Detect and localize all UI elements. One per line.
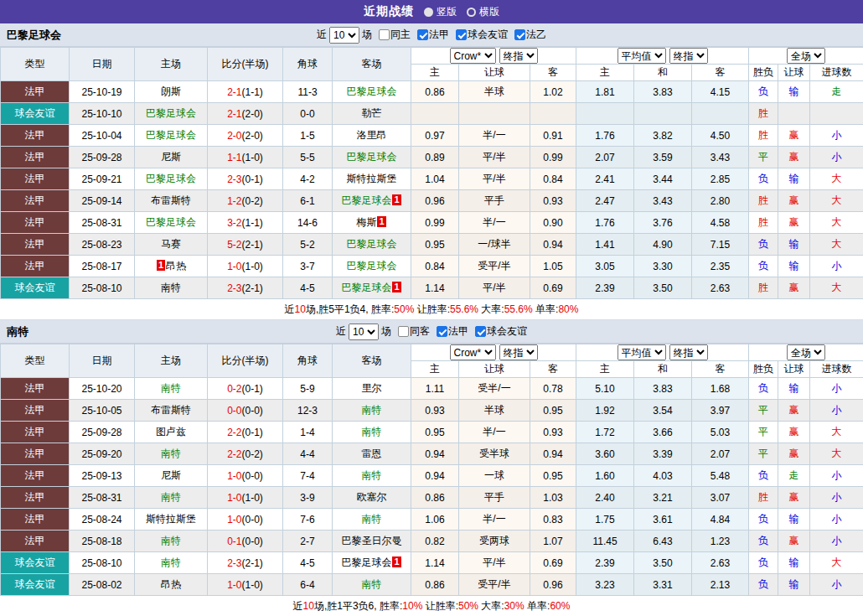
radio-option-unselected[interactable]: 横版 xyxy=(467,5,499,19)
score-cell: 2-2(0-1) xyxy=(208,422,283,443)
fulltime-score: 1-0 xyxy=(227,470,241,482)
result-cell: 负 xyxy=(749,531,778,552)
corner-cell: 1-4 xyxy=(283,422,333,443)
goals-result-cell: 小 xyxy=(810,487,863,509)
checkbox-unchecked[interactable] xyxy=(379,29,390,40)
corner-cell: 2-7 xyxy=(283,531,333,552)
col-header-corner: 角球 xyxy=(283,344,333,378)
score-cell: 2-1(1-1) xyxy=(208,81,283,103)
final-odds-select[interactable]: 终指 xyxy=(499,344,538,360)
avg-draw-odds: 3.39 xyxy=(634,443,692,465)
goals-result-cell: 小 xyxy=(810,574,863,596)
final-odds-select[interactable]: 终指 xyxy=(669,344,708,360)
avg-home-odds: 2.41 xyxy=(576,168,634,190)
fulltime-score: 2-0 xyxy=(227,130,241,142)
match-row: 法甲25-08-31南特1-0(1-0)3-9欧塞尔0.86平手1.032.40… xyxy=(1,487,863,509)
away-team-cell: 南特 xyxy=(333,574,411,596)
score-cell: 0-1(0-0) xyxy=(208,531,283,552)
team-name: 南特 xyxy=(161,556,181,568)
crow-home-odds: 0.95 xyxy=(411,422,459,443)
final-odds-select[interactable]: 终指 xyxy=(669,48,708,64)
col-header-handicap: 让球 xyxy=(459,361,530,378)
goals-result-cell xyxy=(810,103,863,125)
summary-segment: 场,胜5平1负4, 胜率: xyxy=(306,303,394,315)
score-cell: 5-2(2-1) xyxy=(208,234,283,256)
home-team-cell: 南特 xyxy=(135,487,208,509)
fulltime-score: 1-0 xyxy=(227,492,241,504)
average-select[interactable]: 平均值 xyxy=(618,344,666,360)
crow-home-odds: 0.94 xyxy=(411,443,459,465)
corner-cell: 4-2 xyxy=(283,168,333,190)
checkbox-label: 同主 xyxy=(390,28,411,42)
col-header-goals: 进球数 xyxy=(810,361,863,378)
col-header-crow-home: 主 xyxy=(411,361,459,378)
home-team-cell: 南特 xyxy=(135,552,208,574)
league-type-cell: 法甲 xyxy=(1,509,70,531)
corner-cell: 4-4 xyxy=(283,443,333,465)
summary-segment: 80% xyxy=(558,303,578,315)
result-cell: 负 xyxy=(749,552,778,574)
checkbox-checked[interactable] xyxy=(514,29,525,40)
summary-segment: 10 xyxy=(303,600,314,612)
avg-away-odds: 2.63 xyxy=(692,552,749,574)
team-name: 南特 xyxy=(362,513,382,525)
avg-draw-odds: 3.59 xyxy=(634,147,692,168)
score-cell: 1-1(1-0) xyxy=(208,147,283,168)
col-header-home: 主场 xyxy=(135,48,208,81)
layout-radio-group: 竖版横版 xyxy=(414,5,499,19)
checkbox-checked[interactable] xyxy=(475,326,486,337)
match-row: 球会友谊25-10-10巴黎足球会2-1(2-0)0-0勒芒胜 xyxy=(1,103,863,125)
league-type-cell: 法甲 xyxy=(1,531,70,552)
radio-icon xyxy=(467,8,476,17)
final-odds-select[interactable]: 终指 xyxy=(499,48,538,64)
radio-option-selected[interactable]: 竖版 xyxy=(424,5,457,19)
odds-source-select[interactable]: Crow* xyxy=(450,48,496,64)
crow-away-odds: 0.94 xyxy=(530,234,576,256)
recent-label: 近 xyxy=(317,28,327,42)
avg-away-odds: 4.15 xyxy=(692,81,749,103)
avg-away-odds: 2.35 xyxy=(692,256,749,277)
goals-result-cell: 大 xyxy=(810,422,863,443)
crow-away-odds xyxy=(530,103,576,125)
fullmatch-select[interactable]: 全场 xyxy=(787,48,825,64)
checkbox-checked[interactable] xyxy=(437,326,447,337)
halftime-score: (2-1) xyxy=(242,239,263,251)
recent-count-select[interactable]: 10 xyxy=(349,324,379,340)
handicap-cell: 受半/一 xyxy=(459,378,530,400)
crow-home-odds: 1.14 xyxy=(411,552,459,574)
handicap-result-cell: 输 xyxy=(778,552,810,574)
team-name: 南特 xyxy=(161,491,181,503)
team-name: 马赛 xyxy=(161,238,181,250)
handicap-cell: 受平/半 xyxy=(459,256,530,277)
team-name: 南特 xyxy=(161,282,181,293)
col-header-away: 客场 xyxy=(333,344,411,378)
date-cell: 25-09-13 xyxy=(70,465,135,487)
col-header-avg-home: 主 xyxy=(576,65,634,81)
top-bar: 近期战绩 竖版横版 xyxy=(0,0,863,23)
recent-count-select[interactable]: 10 xyxy=(329,27,359,44)
result-cell: 胜 xyxy=(749,190,778,212)
avg-home-odds: 2.39 xyxy=(576,552,634,574)
fullmatch-select[interactable]: 全场 xyxy=(787,344,825,360)
away-team-cell: 巴黎足球会1 xyxy=(333,190,411,212)
handicap-cell: 一球 xyxy=(459,465,530,487)
checkbox-unchecked[interactable] xyxy=(398,326,409,337)
avg-home-odds: 1.76 xyxy=(576,212,634,234)
handicap-result-cell xyxy=(778,103,810,125)
home-team-cell: 巴黎足球会 xyxy=(135,125,208,147)
checkbox-checked[interactable] xyxy=(456,29,467,40)
goals-result-cell: 小 xyxy=(810,256,863,277)
average-odds-group: 平均值终指 xyxy=(576,48,749,65)
corner-cell: 5-5 xyxy=(283,147,333,168)
odds-source-select[interactable]: Crow* xyxy=(450,344,496,360)
league-type-cell: 法甲 xyxy=(1,443,70,465)
league-type-cell: 球会友谊 xyxy=(1,574,70,596)
fulltime-score: 1-0 xyxy=(227,261,241,272)
crow-home-odds: 0.86 xyxy=(411,574,459,596)
checkbox-checked[interactable] xyxy=(417,29,428,40)
average-select[interactable]: 平均值 xyxy=(618,48,666,64)
team-name: 巴黎圣日尔曼 xyxy=(342,535,402,546)
score-cell: 2-3(0-1) xyxy=(208,168,283,190)
score-cell: 1-0(1-0) xyxy=(208,256,283,277)
avg-home-odds: 1.76 xyxy=(576,125,634,147)
